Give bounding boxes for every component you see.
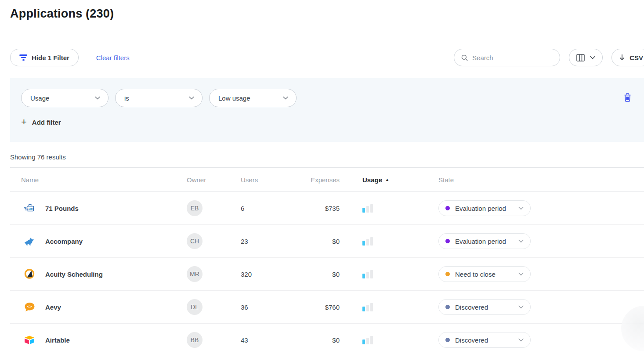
applications-table: Name Owner Users Expenses Usage ▲ State … [10, 167, 644, 354]
state-label: Evaluation period [455, 238, 506, 245]
filter-row: Usage is Low usage [21, 89, 633, 107]
filter-value-select[interactable]: Low usage [209, 89, 297, 107]
hide-filter-button[interactable]: Hide 1 Filter [10, 49, 79, 66]
filter-field-value: Usage [30, 94, 49, 102]
column-header-expenses[interactable]: Expenses [296, 176, 340, 184]
table-header-row: Name Owner Users Expenses Usage ▲ State [10, 167, 644, 192]
add-filter-button[interactable]: + Add filter [21, 118, 633, 126]
svg-text:<>: <> [27, 304, 32, 309]
table-row[interactable]: Acuity Scheduling MR 320 $0 Need to clos… [10, 258, 644, 291]
app-name: Accompany [45, 238, 83, 245]
owner-cell: EB [187, 200, 241, 216]
owner-avatar[interactable]: BB [187, 332, 203, 348]
table-row[interactable]: <> Aevy DL 36 $760 Discovered [10, 291, 644, 324]
owner-avatar[interactable]: DL [187, 299, 203, 315]
app-name-cell[interactable]: Airtable [10, 334, 187, 346]
table-row[interactable]: Accompany CH 23 $0 Evaluation period [10, 225, 644, 258]
usage-header-label: Usage [362, 176, 382, 184]
applications-page: Applications (230) Hide 1 Filter Clear f… [0, 0, 644, 354]
toolbar-right: CSV [454, 49, 644, 66]
filter-value: Low usage [218, 94, 250, 102]
owner-cell: MR [187, 266, 241, 282]
users-cell: 43 [241, 336, 296, 344]
search-container [454, 49, 560, 66]
filter-operator-value: is [124, 94, 129, 102]
chevron-down-icon [189, 96, 194, 100]
users-cell: 320 [241, 271, 296, 278]
owner-cell: BB [187, 332, 241, 348]
state-dot-icon [445, 239, 450, 243]
owner-avatar[interactable]: MR [187, 266, 203, 282]
csv-export-button[interactable]: CSV [611, 49, 644, 66]
columns-button[interactable] [569, 49, 603, 66]
column-header-users[interactable]: Users [241, 176, 296, 184]
app-logo-icon [23, 334, 36, 346]
svg-text:71lbs: 71lbs [27, 207, 34, 210]
app-logo-icon [23, 235, 36, 247]
app-name: Acuity Scheduling [45, 271, 103, 278]
state-dot-icon [445, 305, 450, 309]
state-dot-icon [445, 206, 450, 210]
results-summary: Showing 76 results [10, 153, 644, 161]
state-label: Evaluation period [455, 205, 506, 212]
owner-avatar[interactable]: CH [187, 233, 203, 249]
state-cell: Discovered [438, 299, 644, 315]
app-name-cell[interactable]: <> Aevy [10, 301, 187, 313]
clear-filters-link[interactable]: Clear filters [96, 54, 130, 61]
table-body: 71lbs 71 Pounds EB 6 $735 Evaluation per… [10, 192, 644, 354]
expenses-cell: $0 [296, 271, 340, 278]
column-header-usage-sorted[interactable]: Usage ▲ [340, 176, 438, 184]
users-cell: 6 [241, 205, 296, 212]
state-label: Need to close [455, 271, 496, 278]
sort-ascending-icon: ▲ [385, 177, 389, 182]
column-header-name[interactable]: Name [10, 176, 187, 184]
usage-level-indicator [362, 237, 438, 246]
usage-cell [340, 303, 438, 311]
chevron-down-icon [95, 96, 100, 100]
chevron-down-icon [518, 206, 524, 210]
usage-level-indicator [362, 270, 438, 278]
usage-level-indicator [362, 303, 438, 311]
owner-cell: CH [187, 233, 241, 249]
table-row[interactable]: Airtable BB 43 $0 Discovered [10, 324, 644, 354]
delete-filter-button[interactable] [622, 91, 633, 105]
expenses-cell: $0 [296, 336, 340, 344]
state-dropdown[interactable]: Need to close [438, 266, 531, 282]
app-logo-icon: <> [23, 301, 36, 313]
filter-operator-select[interactable]: is [115, 89, 203, 107]
app-name-cell[interactable]: Acuity Scheduling [10, 268, 187, 280]
owner-cell: DL [187, 299, 241, 315]
users-cell: 36 [241, 303, 296, 311]
chevron-down-icon [518, 338, 524, 342]
chevron-down-icon [518, 272, 524, 276]
app-name-cell[interactable]: Accompany [10, 235, 187, 247]
table-row[interactable]: 71lbs 71 Pounds EB 6 $735 Evaluation per… [10, 192, 644, 225]
state-label: Discovered [455, 336, 488, 344]
chevron-down-icon [518, 239, 524, 243]
state-dropdown[interactable]: Evaluation period [438, 200, 531, 216]
filter-field-select[interactable]: Usage [21, 89, 109, 107]
app-name: Aevy [45, 303, 61, 311]
state-dot-icon [445, 338, 450, 342]
filter-lines-icon [19, 54, 27, 61]
hide-filter-label: Hide 1 Filter [32, 54, 69, 61]
chevron-down-icon [590, 56, 595, 59]
expenses-cell: $735 [296, 205, 340, 212]
expenses-cell: $0 [296, 238, 340, 245]
state-dropdown[interactable]: Discovered [438, 332, 531, 348]
owner-avatar[interactable]: EB [187, 200, 203, 216]
state-dropdown[interactable]: Discovered [438, 299, 531, 315]
state-dropdown[interactable]: Evaluation period [438, 233, 531, 249]
csv-label: CSV [630, 54, 643, 61]
add-filter-label: Add filter [32, 119, 61, 126]
state-dot-icon [445, 272, 450, 276]
app-name-cell[interactable]: 71lbs 71 Pounds [10, 202, 187, 214]
column-header-state[interactable]: State [438, 176, 644, 184]
filter-panel: Usage is Low usage [10, 78, 644, 142]
state-cell: Discovered [438, 332, 644, 348]
page-title: Applications (230) [10, 0, 644, 21]
column-header-owner[interactable]: Owner [187, 176, 241, 184]
search-input[interactable] [472, 54, 553, 61]
columns-icon [576, 54, 585, 61]
search-icon [461, 54, 468, 61]
